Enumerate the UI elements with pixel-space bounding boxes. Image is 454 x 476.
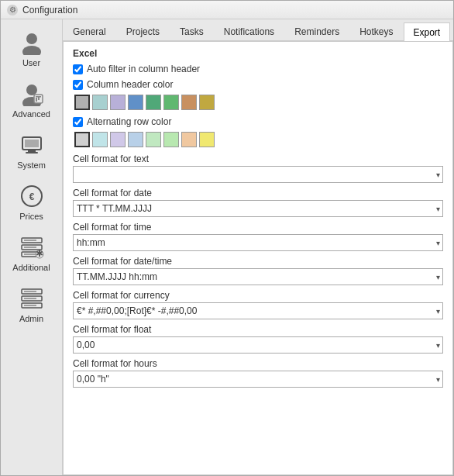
tab-bar: General Projects Tasks Notifications Rem… — [63, 19, 453, 41]
cell-format-hours-label: Cell format for hours — [73, 358, 443, 369]
cell-format-time-select[interactable]: hh:mm — [73, 234, 443, 251]
tab-hotkeys[interactable]: Hotkeys — [349, 22, 403, 40]
cell-format-text-label: Cell format for text — [73, 153, 443, 164]
auto-filter-label: Auto filter in column header — [87, 64, 200, 74]
user-icon — [18, 29, 46, 57]
cell-format-datetime-group: Cell format for date/time TT.MM.JJJJ hh:… — [73, 256, 443, 285]
row-color-swatch-7[interactable] — [199, 132, 215, 147]
sidebar-item-additional[interactable]: ✱ Additional — [1, 227, 62, 278]
cell-format-float-wrapper: 0,00 ▾ — [73, 336, 443, 354]
main-area: User Advanced — [1, 19, 453, 475]
sidebar-item-label-user: User — [22, 58, 40, 67]
advanced-icon — [18, 80, 46, 108]
auto-filter-checkbox[interactable] — [73, 64, 83, 74]
svg-point-2 — [26, 85, 37, 95]
cell-format-hours-group: Cell format for hours 0,00 "h" ▾ — [73, 358, 443, 388]
cell-format-text-group: Cell format for text ▾ — [73, 153, 443, 183]
header-color-swatch-2[interactable] — [110, 95, 126, 110]
header-color-swatch-0[interactable] — [74, 95, 90, 110]
alternating-row-color-label: Alternating row color — [87, 116, 171, 127]
sidebar-item-label-prices: Prices — [19, 212, 43, 221]
cell-format-datetime-label: Cell format for date/time — [73, 256, 443, 267]
cell-format-currency-group: Cell format for currency €* #,##0,00;[Ro… — [73, 290, 443, 319]
auto-filter-row: Auto filter in column header — [73, 64, 443, 74]
cell-format-time-label: Cell format for time — [73, 222, 443, 233]
tab-tasks[interactable]: Tasks — [170, 22, 214, 40]
sidebar-item-admin[interactable]: Admin — [1, 278, 62, 329]
row-color-swatch-3[interactable] — [128, 132, 143, 147]
sidebar-item-label-system: System — [17, 160, 46, 170]
cell-format-text-select[interactable] — [73, 166, 443, 183]
sidebar-item-user[interactable]: User — [1, 22, 62, 74]
sidebar-item-advanced[interactable]: Advanced — [1, 74, 62, 125]
svg-rect-23 — [24, 291, 36, 292]
cell-format-time-group: Cell format for time hh:mm ▾ — [73, 222, 443, 251]
row-color-swatch-4[interactable] — [146, 132, 161, 147]
svg-rect-5 — [36, 98, 37, 102]
sidebar: User Advanced — [1, 19, 63, 475]
header-color-swatch-3[interactable] — [128, 95, 143, 110]
cell-format-datetime-wrapper: TT.MM.JJJJ hh:mm ▾ — [73, 268, 443, 285]
svg-text:✱: ✱ — [36, 248, 43, 259]
tab-projects[interactable]: Projects — [116, 22, 170, 40]
admin-icon — [18, 285, 46, 312]
title-bar: ⚙ Configuration — [1, 1, 453, 19]
cell-format-hours-select[interactable]: 0,00 "h" — [73, 371, 443, 388]
header-color-swatch-5[interactable] — [163, 95, 179, 110]
cell-format-date-label: Cell format for date — [73, 188, 443, 198]
sidebar-item-label-advanced: Advanced — [12, 109, 50, 119]
cell-format-currency-label: Cell format for currency — [73, 290, 443, 301]
system-icon — [18, 131, 46, 159]
cell-format-datetime-select[interactable]: TT.MM.JJJJ hh:mm — [73, 268, 443, 285]
row-color-swatches — [74, 132, 443, 147]
svg-rect-9 — [25, 140, 39, 147]
cell-format-date-select[interactable]: TTT * TT.MM.JJJJ — [73, 200, 443, 217]
sidebar-item-prices[interactable]: € Prices — [1, 176, 62, 227]
cell-format-text-wrapper: ▾ — [73, 166, 443, 183]
prices-icon: € — [18, 182, 46, 210]
column-header-color-checkbox[interactable] — [73, 80, 83, 90]
svg-rect-15 — [24, 240, 36, 241]
row-color-swatch-1[interactable] — [92, 132, 108, 147]
row-color-swatch-5[interactable] — [163, 132, 179, 147]
svg-point-1 — [22, 46, 41, 55]
cell-format-float-select[interactable]: 0,00 — [73, 336, 443, 354]
row-color-swatch-2[interactable] — [110, 132, 126, 147]
svg-rect-25 — [24, 298, 36, 299]
tab-reminders[interactable]: Reminders — [284, 22, 349, 40]
sidebar-item-label-additional: Additional — [12, 263, 50, 272]
cell-format-date-wrapper: TTT * TT.MM.JJJJ ▾ — [73, 200, 443, 217]
header-color-swatch-6[interactable] — [181, 95, 197, 110]
header-color-swatch-7[interactable] — [199, 95, 215, 110]
tab-notifications[interactable]: Notifications — [214, 22, 284, 40]
svg-rect-7 — [36, 96, 41, 98]
cell-format-float-group: Cell format for float 0,00 ▾ — [73, 324, 443, 354]
sidebar-item-label-admin: Admin — [19, 314, 43, 323]
svg-point-0 — [26, 33, 37, 44]
row-color-swatch-6[interactable] — [181, 132, 197, 147]
svg-rect-11 — [26, 152, 38, 153]
svg-text:€: € — [29, 191, 34, 202]
main-window: ⚙ Configuration User — [0, 0, 454, 476]
section-title: Excel — [73, 48, 443, 59]
header-color-swatch-4[interactable] — [146, 95, 161, 110]
cell-format-float-label: Cell format for float — [73, 324, 443, 335]
cell-format-currency-wrapper: €* #,##0,00;[Rot]€* -#,##0,00 ▾ — [73, 302, 443, 319]
alternating-row-color-checkbox[interactable] — [73, 117, 83, 127]
window-icon: ⚙ — [7, 5, 18, 16]
cell-format-hours-wrapper: 0,00 "h" ▾ — [73, 371, 443, 388]
svg-rect-10 — [28, 150, 36, 152]
header-color-swatch-1[interactable] — [92, 95, 108, 110]
svg-rect-19 — [24, 254, 36, 255]
export-panel: Excel Auto filter in column header Colum… — [63, 41, 453, 475]
alternating-row-color-row: Alternating row color — [73, 116, 443, 127]
svg-rect-27 — [24, 305, 36, 306]
tab-general[interactable]: General — [63, 22, 116, 40]
row-color-swatch-0[interactable] — [74, 132, 90, 147]
sidebar-item-system[interactable]: System — [1, 125, 62, 176]
svg-rect-17 — [24, 247, 36, 248]
tab-export[interactable]: Export — [404, 22, 451, 41]
cell-format-date-group: Cell format for date TTT * TT.MM.JJJJ ▾ — [73, 188, 443, 217]
column-header-color-row: Column header color — [73, 79, 443, 90]
cell-format-currency-select[interactable]: €* #,##0,00;[Rot]€* -#,##0,00 — [73, 302, 443, 319]
